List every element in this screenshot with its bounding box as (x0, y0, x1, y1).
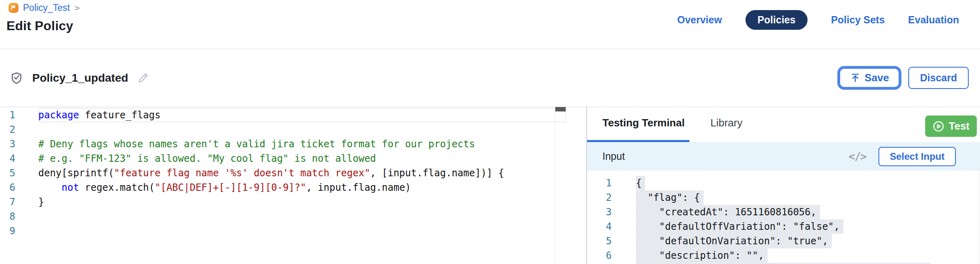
line-number: 3 (587, 205, 636, 219)
code-token: package (38, 109, 79, 121)
policy-identity: Policy_1_updated (10, 49, 149, 107)
policy-toolbar: Policy_1_updated Save Discard (0, 49, 980, 107)
module-nav: Overview Policies Policy Sets Evaluation (677, 10, 959, 30)
breadcrumb-project-link[interactable]: Policy_Test (23, 2, 70, 13)
line-number: 2 (587, 190, 636, 205)
code-token: deny[sprintf( (38, 167, 114, 179)
code-token: , [input.flag.name])] { (370, 167, 504, 179)
code-line-content: # e.g. "FFM-123" is allowed. "My cool fl… (38, 151, 566, 166)
line-number: 1 (0, 108, 38, 122)
shield-check-icon (10, 71, 23, 85)
nav-item-evaluation[interactable]: Evaluation (908, 14, 959, 26)
input-json-editor[interactable]: 1{2 "flag": {3 "createdAt": 165116081605… (587, 171, 980, 264)
input-header-bar: Input </> Select Input (587, 142, 980, 171)
code-line-content: } (38, 195, 566, 209)
code-line-content: deny[sprintf("feature flag name '%s' doe… (38, 166, 566, 180)
code-line-content: not regex.match("[ABC|DEF]+[-][1-9][0-9]… (38, 180, 566, 195)
code-line-content (38, 209, 566, 224)
select-input-button[interactable]: Select Input (878, 147, 956, 166)
line-number: 1 (587, 176, 636, 190)
json-highlighted-text: { (636, 176, 645, 190)
editor-scrollbar-track (555, 107, 555, 264)
line-number: 5 (0, 166, 38, 180)
line-number: 2 (0, 122, 38, 137)
json-highlighted-text: "createdAt": 1651160816056, (636, 205, 820, 219)
policy-name: Policy_1_updated (32, 72, 128, 85)
feature-flags-app-icon (8, 2, 19, 13)
json-line-content: "flag": { (636, 190, 980, 205)
json-line[interactable]: 4 "defaultOffVariation": "false", (587, 219, 980, 234)
code-token: regex.match( (79, 182, 155, 193)
code-line-content (38, 122, 566, 137)
code-line[interactable]: 2 (0, 122, 566, 137)
test-button[interactable]: Test (925, 116, 977, 137)
code-line[interactable]: 5deny[sprintf("feature flag name '%s' do… (0, 166, 566, 180)
input-json-lines: 1{2 "flag": {3 "createdAt": 165116081605… (587, 176, 980, 264)
code-token: not (62, 182, 79, 193)
play-circle-icon (932, 120, 945, 132)
json-line[interactable]: 5 "defaultOnVariation": "true", (587, 234, 980, 248)
json-highlighted-text: "defaultOnVariation": "true", (636, 234, 832, 248)
rego-code-lines: 1package feature_flags23# Deny flags who… (0, 108, 566, 238)
code-line-content (38, 224, 566, 238)
json-line[interactable]: 1{ (587, 176, 980, 190)
code-token: # e.g. "FFM-123" is allowed. "My cool fl… (38, 153, 376, 164)
line-number: 7 (0, 195, 38, 209)
json-line-content: "createdAt": 1651160816056, (636, 205, 980, 219)
upload-arrow-icon (850, 72, 861, 83)
line-number: 3 (0, 137, 38, 151)
code-line[interactable]: 9 (0, 224, 566, 238)
breadcrumb-chevron-icon: > (74, 3, 79, 13)
line-number: 6 (587, 248, 636, 263)
code-line[interactable]: 6 not regex.match("[ABC|DEF]+[-][1-9][0-… (0, 180, 566, 195)
line-number: 4 (587, 219, 636, 234)
line-number: 5 (587, 234, 636, 248)
line-number: 6 (0, 180, 38, 195)
line-number: 9 (0, 224, 38, 238)
line-number: 8 (0, 209, 38, 224)
line-number: 4 (0, 151, 38, 166)
tab-testing-terminal[interactable]: Testing Terminal (602, 117, 685, 129)
nav-item-overview[interactable]: Overview (677, 14, 722, 26)
save-button[interactable]: Save (840, 69, 899, 87)
rego-code-editor[interactable]: 1package feature_flags23# Deny flags who… (0, 107, 566, 264)
input-label: Input (602, 151, 625, 162)
json-line[interactable]: 6 "description": "", (587, 248, 980, 263)
nav-item-policy-sets[interactable]: Policy Sets (831, 14, 884, 26)
terminal-tabs: Testing Terminal Library Test (587, 107, 980, 142)
editor-scrollbar-thumb[interactable] (555, 107, 566, 111)
json-line-content: "description": "", (636, 248, 980, 263)
tab-library[interactable]: Library (710, 117, 742, 129)
json-highlighted-text: "defaultOffVariation": "false", (636, 219, 843, 234)
json-highlighted-text: "description": "", (636, 248, 768, 263)
code-brackets-icon[interactable]: </> (849, 151, 866, 163)
code-line[interactable]: 4# e.g. "FFM-123" is allowed. "My cool f… (0, 151, 566, 166)
page-header: Policy_Test > Edit Policy Overview Polic… (0, 0, 980, 49)
toolbar-actions: Save Discard (837, 49, 969, 107)
edit-name-pencil-icon[interactable] (137, 72, 149, 84)
code-line-content: package feature_flags (38, 108, 566, 122)
code-line[interactable]: 8 (0, 209, 566, 224)
code-token: , input.flag.name) (306, 182, 411, 193)
code-line-content: # Deny flags whose names aren't a valid … (38, 137, 566, 151)
json-line[interactable]: 3 "createdAt": 1651160816056, (587, 205, 980, 219)
code-token (38, 182, 62, 193)
code-token: "feature flag name '%s' doesn't match re… (114, 167, 370, 179)
code-line[interactable]: 3# Deny flags whose names aren't a valid… (0, 137, 566, 151)
save-button-focus-ring: Save (837, 66, 902, 90)
code-token: feature_flags (79, 109, 160, 121)
code-line[interactable]: 1package feature_flags (0, 108, 566, 122)
json-line-content: "defaultOnVariation": "true", (636, 234, 980, 248)
json-line-content: { (636, 176, 980, 190)
test-button-label: Test (949, 120, 970, 132)
save-button-label: Save (865, 72, 889, 84)
code-line[interactable]: 7} (0, 195, 566, 209)
nav-item-policies[interactable]: Policies (745, 10, 808, 30)
json-highlighted-text: "flag": { (636, 190, 704, 205)
json-line-content: "defaultOffVariation": "false", (636, 219, 980, 234)
testing-terminal-panel: Testing Terminal Library Test Input </> … (587, 107, 980, 264)
json-line[interactable]: 2 "flag": { (587, 190, 980, 205)
breadcrumb: Policy_Test > (8, 2, 80, 13)
discard-button[interactable]: Discard (908, 67, 969, 89)
code-token: "[ABC|DEF]+[-][1-9][0-9]?" (155, 182, 306, 193)
